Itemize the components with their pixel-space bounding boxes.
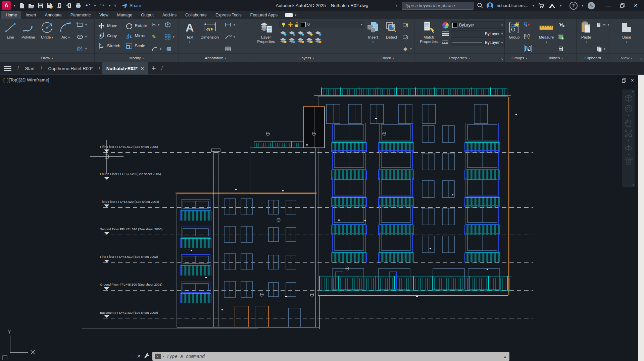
floor-level-label[interactable]: Fourth Floor FFL+57.520 (See sheet 2005): [100, 172, 161, 176]
navbar-wheel-caret-icon[interactable]: ▾: [628, 115, 629, 116]
restore-button[interactable]: [617, 2, 627, 10]
measure-button[interactable]: Measure ▾: [537, 21, 556, 44]
ribbon-tab-output[interactable]: Output: [137, 11, 158, 19]
command-input-bar[interactable]: >_ ▾ Type a command ▲: [152, 352, 509, 361]
text-caret-icon[interactable]: ▾: [189, 41, 190, 44]
insert-button[interactable]: Insert ▾: [364, 21, 381, 44]
polyline-button[interactable]: Polyline: [19, 21, 37, 40]
layer-unisolate-button[interactable]: [288, 38, 296, 44]
detect-button[interactable]: Detect: [383, 21, 399, 40]
ribbon-tab-parametric[interactable]: Parametric: [66, 11, 95, 19]
layer-color-swatch[interactable]: [301, 22, 306, 27]
ribbon-tab-view[interactable]: View: [95, 11, 113, 19]
fillet-caret-icon[interactable]: ▾: [159, 47, 162, 51]
trim-caret-icon[interactable]: ▾: [157, 23, 160, 26]
text-button[interactable]: A Text ▾: [184, 21, 196, 44]
ribbon-tab-add-ins[interactable]: Add-ins: [158, 11, 181, 19]
group-selection-toggle[interactable]: [524, 45, 532, 52]
floor-level-label[interactable]: Ground Floor FFL+45.500 (See sheet 2001): [100, 283, 162, 286]
search-icon[interactable]: [477, 2, 483, 9]
fillet-button[interactable]: ▾: [152, 46, 162, 52]
floor-level-label[interactable]: Fifth Floor FFL+60.510 (See sheet 2006): [100, 145, 158, 148]
base-caret-icon[interactable]: ▾: [626, 41, 627, 44]
linetype-select[interactable]: ByLayer ▾: [451, 39, 504, 46]
ribbon-tab-annotate[interactable]: Annotate: [41, 11, 66, 19]
viewcube-icon[interactable]: [624, 94, 633, 102]
rectangle-caret-icon[interactable]: ▾: [84, 23, 88, 26]
undo-caret-icon[interactable]: ▾: [93, 4, 97, 7]
color-wheel-icon[interactable]: [442, 22, 449, 28]
paste-button[interactable]: Paste ▾: [579, 21, 594, 44]
offset-button[interactable]: [165, 46, 175, 52]
user-menu-caret-icon[interactable]: ▾: [532, 4, 535, 7]
hatch-button[interactable]: ▾: [77, 46, 88, 52]
user-avatar-icon[interactable]: [487, 2, 493, 9]
trim-button[interactable]: ✂ ▾: [152, 21, 162, 28]
circle-caret-icon[interactable]: ▾: [52, 36, 53, 39]
viewport-close-icon[interactable]: ×: [631, 77, 634, 83]
match-properties-button[interactable]: Match Properties: [417, 21, 440, 44]
lineweight-select[interactable]: ByLayer ▾: [451, 30, 504, 38]
help-caret-icon[interactable]: ▾: [581, 4, 584, 7]
select-all-button[interactable]: [558, 34, 564, 40]
zoom-extents-icon[interactable]: [624, 129, 633, 138]
layer-isolate-button[interactable]: [288, 30, 296, 36]
panel-label-clipboard[interactable]: Clipboard: [577, 53, 609, 62]
command-history-toggle-icon[interactable]: ▲: [503, 355, 507, 358]
layer-properties-button[interactable]: Layer Properties: [255, 21, 277, 44]
floor-level-label[interactable]: Second Floor FFL+51.510 (See sheet 2003): [100, 227, 162, 231]
stretch-button[interactable]: Stretch: [98, 42, 120, 50]
viewport-minimize-icon[interactable]: —: [613, 78, 617, 83]
layer-off-button[interactable]: [280, 30, 287, 36]
group-edit-button[interactable]: [524, 33, 532, 40]
group-button[interactable]: Group: [506, 21, 522, 40]
move-button[interactable]: Move: [98, 21, 120, 30]
command-bar-close-icon[interactable]: ✕: [137, 354, 141, 359]
search-expand-icon[interactable]: ▸: [395, 4, 398, 7]
autodesk-logo-icon[interactable]: [548, 3, 556, 8]
panel-label-groups[interactable]: Groups▾: [505, 53, 534, 62]
measure-caret-icon[interactable]: ▾: [546, 41, 547, 44]
ribbon-tab-manage[interactable]: Manage: [113, 11, 137, 19]
layer-sun-icon[interactable]: [288, 22, 293, 27]
ellipse-caret-icon[interactable]: ▾: [84, 35, 88, 39]
navigation-wheel-icon[interactable]: [624, 104, 633, 113]
define-attributes-button[interactable]: ▾: [403, 46, 412, 52]
file-tab-copthorne-hotel-r00-[interactable]: Copthorne Hotel-R00*: [44, 62, 97, 74]
layer-on-bulb-icon[interactable]: [281, 22, 286, 27]
linetype-icon[interactable]: [442, 40, 449, 45]
view-dialog-launcher-icon[interactable]: ↘: [640, 57, 643, 61]
erase-button[interactable]: ✎: [152, 34, 162, 40]
open-file-icon[interactable]: [28, 2, 35, 9]
viewport-restore-icon[interactable]: [622, 78, 626, 83]
insert-caret-icon[interactable]: ▾: [372, 41, 374, 44]
orbit-icon[interactable]: [624, 143, 633, 152]
drawing-canvas[interactable]: Fifth Floor FFL+60.510 (See sheet 2006)F…: [0, 75, 644, 361]
panel-label-annotation[interactable]: Annotation▾: [179, 53, 252, 62]
copy-button[interactable]: Copy: [98, 32, 120, 40]
define-attributes-caret-icon[interactable]: ▾: [409, 47, 412, 51]
plot-icon[interactable]: [75, 2, 82, 9]
save-as-icon[interactable]: [46, 2, 54, 9]
floor-level-label[interactable]: First Floor FFL+48.510 (See sheet 2002): [100, 255, 158, 258]
redo-icon[interactable]: ↷: [99, 2, 106, 9]
edit-block-button[interactable]: [403, 34, 412, 40]
panel-label-layers[interactable]: Layers▾: [252, 53, 361, 62]
panel-label-view[interactable]: View▾ ↘: [609, 53, 644, 62]
layer-make-current-button[interactable]: [314, 30, 322, 36]
ribbon-tab-featured-apps[interactable]: Featured Apps: [246, 11, 282, 19]
rectangle-button[interactable]: ▾: [77, 21, 88, 28]
ribbon-tab-collaborate[interactable]: Collaborate: [181, 11, 211, 19]
layer-unlock-icon[interactable]: [295, 22, 299, 27]
scale-button[interactable]: Scale: [126, 42, 147, 50]
properties-dialog-launcher-icon[interactable]: ↘: [501, 57, 503, 61]
search-input[interactable]: [402, 2, 474, 10]
pan-hand-icon[interactable]: [625, 118, 633, 127]
layer-turn-on-all-button[interactable]: [280, 38, 287, 44]
ungroup-button[interactable]: [524, 21, 532, 28]
floor-level-label[interactable]: Third Floor FFL+54.520 (See sheet 2004): [100, 200, 159, 203]
minimize-button[interactable]: —: [604, 2, 614, 10]
arc-caret-icon[interactable]: ▾: [68, 36, 70, 39]
arc-button[interactable]: Arc ▾: [57, 21, 74, 40]
ellipse-button[interactable]: ▾: [77, 34, 88, 40]
